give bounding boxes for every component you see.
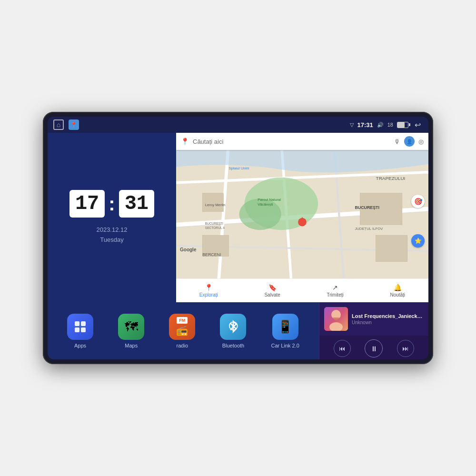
home-icon: ⌂	[57, 121, 60, 129]
clock-minute: 31	[125, 194, 149, 214]
clock-date: 2023.12.12 Tuesday	[96, 225, 127, 245]
map-nav-explore[interactable]: 📍 Explorați	[199, 284, 218, 298]
prev-icon: ⏮	[339, 345, 346, 352]
status-bar-right: ▽ 17:31 🔊 18 ↩	[350, 119, 423, 130]
music-artist: Unknown	[352, 320, 424, 325]
main-content: 17 : 31 2023.12.12 Tuesday	[48, 133, 428, 359]
home-button[interactable]: ⌂	[53, 119, 64, 130]
clock-hour-block: 17	[69, 190, 105, 218]
map-bottom-bar: 📍 Explorați 🔖 Salvate ↗ Trimiteți 🔔	[176, 278, 428, 302]
map-widget[interactable]: 📍 Căutați aici 🎙 👤 ◎	[176, 133, 428, 302]
device-frame: ⌂ 📍 ▽ 17:31 🔊 18 ↩	[43, 112, 433, 364]
next-icon: ⏭	[402, 345, 409, 352]
prev-button[interactable]: ⏮	[334, 340, 351, 357]
music-info: Lost Frequencies_Janieck Devy-... Unknow…	[319, 302, 428, 336]
map-compass-button[interactable]: ⭐	[411, 234, 425, 248]
map-nav-saved[interactable]: 🔖 Salvate	[264, 284, 280, 298]
maps-icon-wrapper: 🗺	[118, 314, 144, 340]
bluetooth-label: Bluetooth	[222, 343, 244, 348]
status-bar-left: ⌂ 📍	[53, 119, 79, 130]
google-watermark: Google	[180, 247, 196, 252]
clock-minute-block: 31	[119, 190, 154, 218]
device-screen: ⌂ 📍 ▽ 17:31 🔊 18 ↩	[48, 117, 428, 359]
album-art-face	[324, 307, 348, 331]
music-text: Lost Frequencies_Janieck Devy-... Unknow…	[352, 313, 424, 325]
explore-icon: 📍	[205, 284, 213, 291]
app-item-carlink[interactable]: 📱 Car Link 2.0	[271, 314, 299, 348]
grid-dot-1	[75, 321, 79, 326]
carlink-icon-wrapper: 📱	[272, 314, 298, 340]
map-nav-news-label: Noutăți	[390, 292, 405, 298]
apps-label: Apps	[74, 343, 86, 348]
battery-fill	[397, 122, 405, 128]
svg-text:Leroy Merlin: Leroy Merlin	[205, 203, 225, 207]
svg-text:BUCUREȘTI: BUCUREȘTI	[205, 222, 223, 226]
maps-shortcut-icon[interactable]: 📍	[69, 119, 79, 130]
news-icon: 🔔	[394, 284, 402, 291]
user-avatar-icon: 👤	[407, 139, 412, 144]
signal-icon: ▽	[350, 122, 354, 128]
svg-text:TRAPEZULUI: TRAPEZULUI	[376, 176, 406, 181]
maps-icon: 🗺	[125, 319, 138, 335]
map-nav-explore-label: Explorați	[199, 292, 218, 298]
radio-label: radio	[177, 343, 188, 348]
music-controls: ⏮ ⏸ ⏭	[319, 336, 428, 359]
radio-wave-icon: 📻	[176, 325, 188, 336]
map-nav-send-label: Trimiteți	[327, 292, 344, 298]
compass-icon: ⭐	[415, 238, 422, 244]
svg-text:SECTORUL 4: SECTORUL 4	[205, 226, 225, 229]
map-search-input[interactable]: Căutați aici	[193, 138, 390, 145]
album-art	[324, 307, 348, 331]
svg-text:Parcul Natural: Parcul Natural	[258, 198, 281, 202]
map-nav-send[interactable]: ↗ Trimiteți	[327, 284, 344, 298]
play-icon: ⏸	[370, 345, 377, 353]
svg-text:Splaiul Unirii: Splaiul Unirii	[228, 166, 249, 170]
app-icons-area: Apps 🗺 Maps FM 📻	[48, 302, 319, 359]
svg-text:JUDEȚUL ILFOV: JUDEȚUL ILFOV	[355, 227, 383, 231]
map-view[interactable]: TRAPEZULUI BUCUREȘTI JUDEȚUL ILFOV BERCE…	[176, 150, 428, 278]
location-icon: 🎯	[414, 198, 422, 205]
top-section: 17 : 31 2023.12.12 Tuesday	[48, 133, 428, 302]
map-layers-icon[interactable]: ◎	[418, 138, 424, 145]
back-icon: ↩	[415, 120, 421, 129]
clock-day-value: Tuesday	[96, 235, 127, 245]
clock-widget: 17 : 31 2023.12.12 Tuesday	[48, 133, 176, 302]
status-bar: ⌂ 📍 ▽ 17:31 🔊 18 ↩	[48, 117, 428, 133]
map-nav-saved-label: Salvate	[264, 292, 280, 298]
bottom-section: Apps 🗺 Maps FM 📻	[48, 302, 428, 359]
svg-rect-12	[202, 193, 223, 212]
status-time: 17:31	[357, 121, 373, 129]
app-item-apps[interactable]: Apps	[67, 314, 93, 348]
svg-text:BUCUREȘTI: BUCUREȘTI	[355, 205, 379, 210]
map-user-avatar[interactable]: 👤	[404, 136, 415, 147]
album-face-svg	[324, 307, 348, 331]
clock-date-value: 2023.12.12	[96, 225, 127, 235]
map-mic-icon[interactable]: 🎙	[394, 138, 400, 145]
back-button[interactable]: ↩	[412, 119, 423, 130]
fm-badge: FM	[177, 317, 188, 324]
map-location-button[interactable]: 🎯	[411, 195, 425, 208]
clock-hour: 17	[75, 194, 99, 214]
radio-icon-wrapper: FM 📻	[169, 314, 195, 340]
saved-icon: 🔖	[268, 284, 277, 291]
bt-symbol	[228, 319, 239, 334]
clock-display: 17 : 31	[69, 190, 154, 218]
app-item-bluetooth[interactable]: ☉ Bluetooth	[220, 314, 246, 348]
apps-grid-icon	[71, 317, 89, 336]
bluetooth-icon-wrapper: ☉	[220, 314, 246, 340]
pin-icon: 📍	[70, 122, 77, 128]
app-item-radio[interactable]: FM 📻 radio	[169, 314, 195, 348]
next-button[interactable]: ⏭	[397, 340, 414, 357]
app-item-maps[interactable]: 🗺 Maps	[118, 314, 144, 348]
grid-dot-4	[81, 327, 86, 332]
map-search-bar: 📍 Căutați aici 🎙 👤 ◎	[176, 133, 428, 150]
svg-rect-11	[376, 235, 407, 261]
volume-level: 18	[387, 122, 393, 128]
map-nav-news[interactable]: 🔔 Noutăți	[390, 284, 405, 298]
battery-indicator	[397, 122, 408, 128]
map-svg: TRAPEZULUI BUCUREȘTI JUDEȚUL ILFOV BERCE…	[176, 150, 428, 278]
svg-text:BERCENI: BERCENI	[202, 252, 221, 257]
grid-dot-3	[75, 327, 79, 332]
play-pause-button[interactable]: ⏸	[365, 339, 383, 357]
volume-icon: 🔊	[377, 122, 384, 128]
